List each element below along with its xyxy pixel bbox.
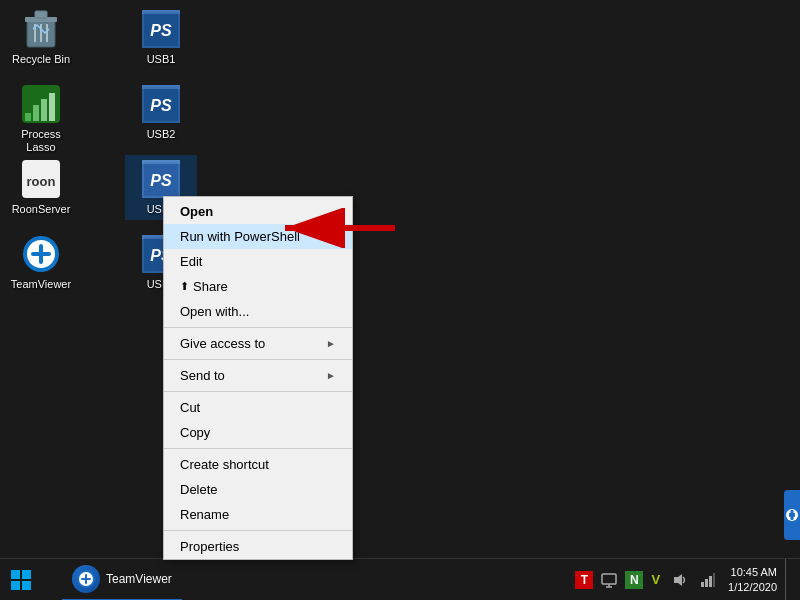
recycle-bin-label: Recycle Bin <box>12 53 70 66</box>
menu-item-rename[interactable]: Rename <box>164 502 352 527</box>
svg-text:roon: roon <box>27 174 56 189</box>
taskbar-search[interactable] <box>42 559 62 601</box>
menu-item-edit[interactable]: Edit <box>164 249 352 274</box>
svg-rect-47 <box>705 579 708 587</box>
menu-separator-1 <box>164 327 352 328</box>
menu-item-send-to[interactable]: Send to ► <box>164 363 352 388</box>
desktop-icon-process-lasso[interactable]: Process Lasso <box>5 80 77 158</box>
menu-copy-label: Copy <box>180 425 210 440</box>
share-icon: ⬆ <box>180 280 189 293</box>
recycle-bin-icon <box>21 9 61 49</box>
usb2-label: USB2 <box>147 128 176 141</box>
tray-n-icon[interactable]: N <box>625 571 643 589</box>
send-to-arrow-icon: ► <box>326 370 336 381</box>
menu-share-label: Share <box>193 279 336 294</box>
svg-rect-32 <box>39 244 43 264</box>
svg-rect-2 <box>35 11 47 18</box>
usb2-icon: PS <box>141 84 181 124</box>
svg-rect-13 <box>41 99 47 121</box>
menu-give-access-label: Give access to <box>180 336 326 351</box>
menu-send-to-label: Send to <box>180 368 326 383</box>
tray-volume-icon[interactable] <box>668 570 692 590</box>
taskbar-teamviewer[interactable]: TeamViewer <box>62 559 182 601</box>
menu-separator-3 <box>164 391 352 392</box>
menu-properties-label: Properties <box>180 539 239 554</box>
teamviewer-label: TeamViewer <box>11 278 71 291</box>
svg-rect-49 <box>713 573 715 587</box>
svg-rect-18 <box>142 85 180 89</box>
svg-rect-42 <box>602 574 616 584</box>
menu-delete-label: Delete <box>180 482 218 497</box>
svg-rect-37 <box>791 510 794 520</box>
windows-logo-icon <box>11 570 31 590</box>
tray-t-icon[interactable]: T <box>575 571 593 589</box>
menu-separator-2 <box>164 359 352 360</box>
menu-item-open-with[interactable]: Open with... <box>164 299 352 324</box>
menu-item-give-access[interactable]: Give access to ► <box>164 331 352 356</box>
menu-cut-label: Cut <box>180 400 200 415</box>
red-arrow <box>270 208 400 252</box>
desktop-icon-teamviewer[interactable]: TeamViewer <box>5 230 77 295</box>
give-access-arrow-icon: ► <box>326 338 336 349</box>
menu-item-cut[interactable]: Cut <box>164 395 352 420</box>
menu-item-properties[interactable]: Properties <box>164 534 352 559</box>
menu-create-shortcut-label: Create shortcut <box>180 457 269 472</box>
process-lasso-label: Process Lasso <box>9 128 73 154</box>
menu-item-delete[interactable]: Delete <box>164 477 352 502</box>
system-clock[interactable]: 10:45 AM 1/12/2020 <box>724 563 781 596</box>
menu-item-share[interactable]: ⬆ Share <box>164 274 352 299</box>
desktop: Recycle Bin PS USB1 Process Lasso <box>0 0 800 558</box>
svg-text:PS: PS <box>150 97 172 114</box>
desktop-icon-usb1[interactable]: PS USB1 <box>125 5 197 70</box>
teamviewer-taskbar-icon <box>72 565 100 593</box>
svg-rect-9 <box>142 10 180 14</box>
svg-rect-11 <box>25 113 31 121</box>
roon-server-icon: roon <box>21 159 61 199</box>
svg-rect-14 <box>49 93 55 121</box>
desktop-icon-recycle-bin[interactable]: Recycle Bin <box>5 5 77 70</box>
roon-server-label: RoonServer <box>12 203 71 216</box>
show-desktop-button[interactable] <box>785 559 794 601</box>
menu-open-with-label: Open with... <box>180 304 249 319</box>
tray-network-icon[interactable] <box>696 570 720 590</box>
svg-rect-12 <box>33 105 39 121</box>
menu-open-label: Open <box>180 204 213 219</box>
svg-rect-46 <box>701 582 704 587</box>
tray-monitor-icon[interactable] <box>597 570 621 590</box>
menu-item-create-shortcut[interactable]: Create shortcut <box>164 452 352 477</box>
clock-time: 10:45 AM <box>731 565 777 579</box>
taskbar: TeamViewer T N V <box>0 558 800 600</box>
menu-separator-4 <box>164 448 352 449</box>
svg-rect-41 <box>85 574 87 584</box>
menu-edit-label: Edit <box>180 254 202 269</box>
process-lasso-icon <box>21 84 61 124</box>
svg-rect-24 <box>142 160 180 164</box>
menu-separator-5 <box>164 530 352 531</box>
svg-text:PS: PS <box>150 172 172 189</box>
system-tray: T N V <box>575 559 800 601</box>
desktop-icon-usb2[interactable]: PS USB2 <box>125 80 197 145</box>
usb3-icon: PS <box>141 159 181 199</box>
svg-rect-48 <box>709 576 712 587</box>
tray-v-icon[interactable]: V <box>647 570 664 589</box>
desktop-icon-roon-server[interactable]: roon RoonServer <box>5 155 77 220</box>
usb1-label: USB1 <box>147 53 176 66</box>
svg-marker-45 <box>674 574 682 586</box>
teamviewer-taskbar-label: TeamViewer <box>106 572 172 586</box>
teamviewer-desktop-icon <box>21 234 61 274</box>
menu-item-copy[interactable]: Copy <box>164 420 352 445</box>
clock-date: 1/12/2020 <box>728 580 777 594</box>
start-button[interactable] <box>0 559 42 601</box>
usb1-icon: PS <box>141 9 181 49</box>
menu-rename-label: Rename <box>180 507 229 522</box>
svg-text:PS: PS <box>150 22 172 39</box>
floating-teamviewer-panel[interactable] <box>784 490 800 540</box>
